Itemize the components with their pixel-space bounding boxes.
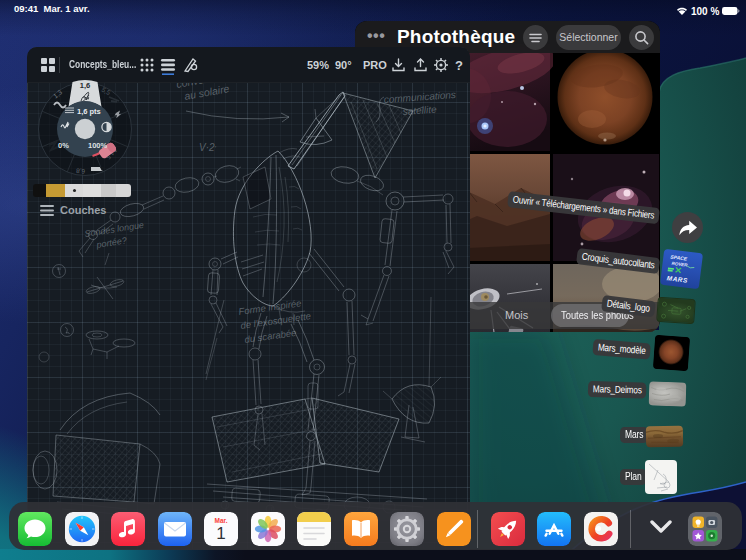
svg-text:1: 1 xyxy=(216,524,225,543)
svg-text:1,6: 1,6 xyxy=(80,81,90,90)
svg-text:0%: 0% xyxy=(58,141,69,150)
svg-text:100 %: 100 % xyxy=(691,6,719,17)
svg-text:MARS: MARS xyxy=(666,274,688,284)
svg-text:6,8: 6,8 xyxy=(75,167,85,175)
svg-text:V·2': V·2' xyxy=(199,142,217,153)
svg-text:communications: communications xyxy=(383,89,456,105)
svg-text:Sondes longue: Sondes longue xyxy=(84,220,145,239)
svg-text:1,6 pts: 1,6 pts xyxy=(77,107,101,116)
svg-text:satellite: satellite xyxy=(402,104,437,117)
svg-text:100%: 100% xyxy=(88,141,108,150)
svg-text:Mar.: Mar. xyxy=(214,517,227,524)
svg-text:portée?: portée? xyxy=(95,235,128,250)
svg-text:ROVER: ROVER xyxy=(671,261,688,268)
svg-text:du scarabée: du scarabée xyxy=(244,327,297,345)
